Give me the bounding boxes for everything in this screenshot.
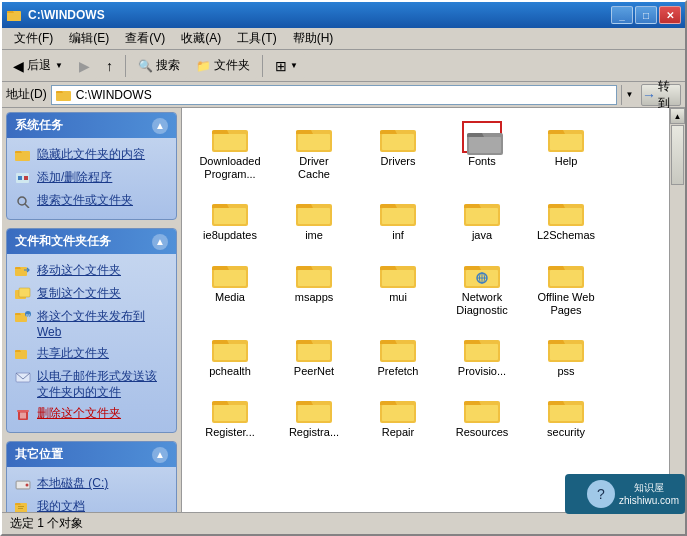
folder-icon: [210, 392, 250, 424]
folder-icon: [294, 331, 334, 363]
address-input-container[interactable]: [51, 85, 617, 105]
scroll-up-button[interactable]: ▲: [670, 108, 685, 124]
sidebar-system-tasks-content: 隐藏此文件夹的内容 添加/删除程序 搜索文件或文件夹: [7, 138, 176, 219]
svg-rect-79: [466, 405, 498, 421]
sidebar-link-web-publish[interactable]: W 将这个文件夹发布到 Web: [11, 306, 172, 343]
sidebar-other-locations-header[interactable]: 其它位置 ▲: [7, 442, 176, 467]
sidebar-link-search[interactable]: 搜索文件或文件夹: [11, 190, 172, 213]
folder-item[interactable]: security: [526, 387, 606, 444]
folder-item[interactable]: Drivers: [358, 116, 438, 186]
sidebar-link-drive-c[interactable]: 本地磁盘 (C:): [11, 473, 172, 496]
svg-rect-18: [17, 410, 29, 412]
address-label: 地址(D): [6, 86, 47, 103]
menu-view[interactable]: 查看(V): [117, 28, 173, 49]
folder-name: Drivers: [381, 155, 416, 168]
folder-item[interactable]: pchealth: [190, 326, 270, 383]
minimize-button[interactable]: _: [611, 6, 633, 24]
sidebar-system-tasks-header[interactable]: 系统任务 ▲: [7, 113, 176, 138]
folder-name: DownloadedProgram...: [199, 155, 260, 181]
back-button[interactable]: ◀ 后退 ▼: [6, 53, 70, 79]
window-title: C:\WINDOWS: [26, 8, 607, 22]
sidebar-file-tasks-header[interactable]: 文件和文件夹任务 ▲: [7, 229, 176, 254]
sidebar-link-add-remove[interactable]: 添加/删除程序: [11, 167, 172, 190]
collapse-system-tasks-button[interactable]: ▲: [152, 118, 168, 134]
svg-rect-1: [7, 13, 21, 21]
sidebar-section-file-tasks: 文件和文件夹任务 ▲ 移动这个文件夹 复制这个文件夹: [6, 228, 177, 433]
search-glass-icon: 🔍: [138, 59, 153, 73]
folder-item[interactable]: Prefetch: [358, 326, 438, 383]
folder-item[interactable]: Offline WebPages: [526, 252, 606, 322]
scrollbar[interactable]: ▲ ▼: [669, 108, 685, 512]
folder-name: inf: [392, 229, 404, 242]
svg-rect-49: [214, 270, 246, 286]
sidebar-link-share[interactable]: 共享此文件夹: [11, 343, 172, 366]
go-button[interactable]: → 转到: [641, 84, 681, 106]
search-button[interactable]: 🔍 搜索: [131, 53, 187, 79]
folder-item[interactable]: mui: [358, 252, 438, 322]
address-bar: 地址(D) ▼ → 转到: [2, 82, 685, 108]
folder-item[interactable]: Help: [526, 116, 606, 186]
folder-name: Registra...: [289, 426, 339, 439]
folder-item[interactable]: java: [442, 190, 522, 247]
menu-file[interactable]: 文件(F): [6, 28, 61, 49]
svg-rect-71: [550, 344, 582, 360]
folder-item[interactable]: Fonts: [442, 116, 522, 186]
folder-item[interactable]: ie8updates: [190, 190, 270, 247]
sidebar: 系统任务 ▲ 隐藏此文件夹的内容 添加/删除程序: [2, 108, 182, 512]
folder-name: Repair: [382, 426, 414, 439]
sidebar-link-delete[interactable]: 删除这个文件夹: [11, 403, 172, 426]
forward-arrow-icon: ▶: [79, 58, 90, 74]
watermark: ? 知识屋 zhishiwu.com: [565, 474, 685, 514]
folder-icon: [294, 195, 334, 227]
folders-button[interactable]: 📁 文件夹: [189, 53, 257, 79]
view-button[interactable]: ⊞ ▼: [268, 53, 305, 79]
svg-rect-45: [466, 208, 498, 224]
svg-rect-73: [214, 405, 246, 421]
menu-tools[interactable]: 工具(T): [229, 28, 284, 49]
folder-item[interactable]: NetworkDiagnostic: [442, 252, 522, 322]
svg-rect-47: [550, 208, 582, 224]
sidebar-link-hide-folder[interactable]: 隐藏此文件夹的内容: [11, 144, 172, 167]
share-icon: [15, 347, 31, 363]
folder-icon: [210, 331, 250, 363]
folder-item[interactable]: Media: [190, 252, 270, 322]
sidebar-link-move[interactable]: 移动这个文件夹: [11, 260, 172, 283]
sidebar-link-copy[interactable]: 复制这个文件夹: [11, 283, 172, 306]
folder-item[interactable]: Registra...: [274, 387, 354, 444]
folder-item[interactable]: msapps: [274, 252, 354, 322]
collapse-other-locations-button[interactable]: ▲: [152, 447, 168, 463]
folder-name: ie8updates: [203, 229, 257, 242]
folder-item[interactable]: pss: [526, 326, 606, 383]
folder-item[interactable]: Provisio...: [442, 326, 522, 383]
scroll-thumb[interactable]: [671, 125, 684, 185]
address-dropdown-button[interactable]: ▼: [621, 85, 637, 105]
forward-button[interactable]: ▶: [72, 53, 97, 79]
sidebar-link-email[interactable]: 以电子邮件形式发送该文件夹内的文件: [11, 366, 172, 403]
maximize-button[interactable]: □: [635, 6, 657, 24]
folder-item[interactable]: ime: [274, 190, 354, 247]
svg-rect-65: [298, 344, 330, 360]
up-button[interactable]: ↑: [99, 53, 120, 79]
folder-item[interactable]: PeerNet: [274, 326, 354, 383]
folder-item[interactable]: Resources: [442, 387, 522, 444]
folder-item[interactable]: DriverCache: [274, 116, 354, 186]
folder-name: DriverCache: [298, 155, 330, 181]
sidebar-link-my-docs[interactable]: 我的文档: [11, 496, 172, 512]
folder-item[interactable]: Repair: [358, 387, 438, 444]
menu-edit[interactable]: 编辑(E): [61, 28, 117, 49]
folder-name: pss: [557, 365, 574, 378]
folder-item[interactable]: DownloadedProgram...: [190, 116, 270, 186]
menu-favorites[interactable]: 收藏(A): [173, 28, 229, 49]
collapse-file-tasks-button[interactable]: ▲: [152, 234, 168, 250]
folder-item[interactable]: inf: [358, 190, 438, 247]
folder-name: Prefetch: [378, 365, 419, 378]
menu-help[interactable]: 帮助(H): [285, 28, 342, 49]
folder-item[interactable]: Register...: [190, 387, 270, 444]
svg-rect-53: [382, 270, 414, 286]
folder-item[interactable]: L2Schemas: [526, 190, 606, 247]
view-dropdown-icon: ▼: [290, 61, 298, 70]
address-input[interactable]: [76, 88, 612, 102]
folder-name: Register...: [205, 426, 255, 439]
close-button[interactable]: ✕: [659, 6, 681, 24]
svg-rect-27: [18, 508, 23, 509]
